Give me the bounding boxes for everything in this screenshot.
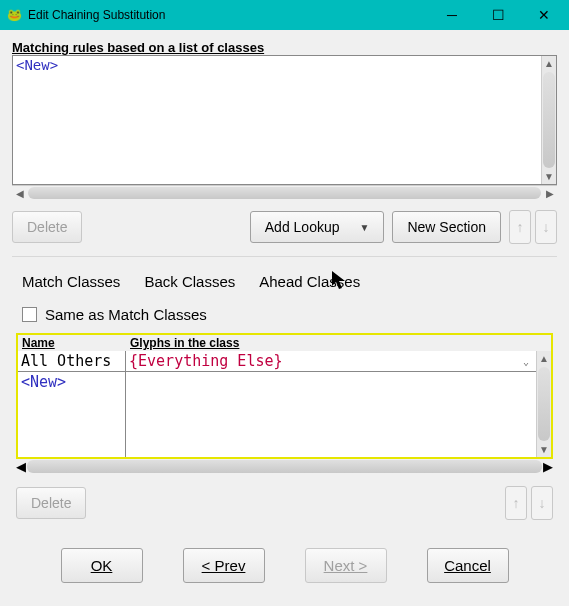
tab-back-classes[interactable]: Back Classes bbox=[144, 273, 235, 290]
ok-button[interactable]: OK bbox=[61, 548, 143, 583]
scroll-track[interactable] bbox=[543, 72, 555, 168]
rules-listbox[interactable]: <New> ▲ ▼ bbox=[12, 55, 557, 185]
column-header-glyphs[interactable]: Glyphs in the class bbox=[126, 335, 551, 351]
scroll-down-icon[interactable]: ▼ bbox=[542, 169, 556, 184]
class-tabs: Match Classes Back Classes Ahead Classes bbox=[12, 269, 557, 300]
chevron-down-icon[interactable]: ⌄ bbox=[523, 356, 533, 367]
column-header-name[interactable]: Name bbox=[18, 335, 126, 351]
scroll-left-icon[interactable]: ◀ bbox=[12, 186, 27, 200]
scroll-left-icon[interactable]: ◀ bbox=[16, 459, 26, 474]
dialog-body: Matching rules based on a list of classe… bbox=[0, 30, 569, 595]
prev-button[interactable]: < Prev bbox=[183, 548, 265, 583]
move-up-button[interactable]: ↑ bbox=[509, 210, 531, 244]
cell-glyphs[interactable]: {Everything Else} ⌄ bbox=[126, 351, 536, 371]
same-as-match-label: Same as Match Classes bbox=[45, 306, 207, 323]
separator bbox=[12, 256, 557, 257]
scroll-track[interactable] bbox=[27, 460, 542, 473]
cell-empty bbox=[126, 372, 536, 457]
class-move-down-button[interactable]: ↓ bbox=[531, 486, 553, 520]
class-new-item[interactable]: <New> bbox=[21, 373, 66, 391]
delete-class-button[interactable]: Delete bbox=[16, 487, 86, 519]
new-section-button[interactable]: New Section bbox=[392, 211, 501, 243]
cell-name-new[interactable]: <New> bbox=[18, 372, 126, 457]
next-label: Next > bbox=[324, 557, 368, 574]
prev-label: < Prev bbox=[202, 557, 246, 574]
chevron-down-icon: ▼ bbox=[360, 222, 370, 233]
scroll-right-icon[interactable]: ▶ bbox=[542, 186, 557, 200]
ok-label: OK bbox=[91, 557, 113, 574]
cell-name[interactable]: All Others bbox=[18, 351, 126, 371]
scroll-down-icon[interactable]: ▼ bbox=[537, 442, 551, 457]
add-lookup-dropdown[interactable]: Add Lookup ▼ bbox=[250, 211, 385, 243]
cancel-button[interactable]: Cancel bbox=[427, 548, 509, 583]
scroll-track[interactable] bbox=[28, 187, 541, 199]
class-table-header: Name Glyphs in the class bbox=[18, 335, 551, 351]
scroll-right-icon[interactable]: ▶ bbox=[543, 459, 553, 474]
rules-new-item[interactable]: <New> bbox=[16, 57, 58, 73]
close-button[interactable]: ✕ bbox=[521, 0, 567, 30]
class-table-panel: Name Glyphs in the class All Others {Eve… bbox=[16, 333, 553, 459]
scroll-up-icon[interactable]: ▲ bbox=[537, 351, 551, 366]
app-icon: 🐸 bbox=[6, 7, 22, 23]
cell-glyphs-text: {Everything Else} bbox=[129, 352, 283, 370]
scroll-track[interactable] bbox=[538, 367, 550, 441]
same-as-match-checkbox[interactable] bbox=[22, 307, 37, 322]
minimize-button[interactable]: ─ bbox=[429, 0, 475, 30]
cursor-icon bbox=[331, 270, 349, 292]
maximize-button[interactable]: ☐ bbox=[475, 0, 521, 30]
tab-match-classes[interactable]: Match Classes bbox=[22, 273, 120, 290]
cancel-label: Cancel bbox=[444, 557, 491, 574]
tab-ahead-classes[interactable]: Ahead Classes bbox=[259, 273, 360, 290]
delete-rule-button[interactable]: Delete bbox=[12, 211, 82, 243]
class-vertical-scrollbar[interactable]: ▲ ▼ bbox=[536, 351, 551, 457]
rules-listbox-body[interactable]: <New> bbox=[13, 56, 541, 184]
rules-header: Matching rules based on a list of classe… bbox=[12, 40, 557, 55]
add-lookup-label: Add Lookup bbox=[265, 219, 340, 235]
rules-vertical-scrollbar[interactable]: ▲ ▼ bbox=[541, 56, 556, 184]
window-title: Edit Chaining Substitution bbox=[28, 8, 429, 22]
move-down-button[interactable]: ↓ bbox=[535, 210, 557, 244]
class-table-body[interactable]: All Others {Everything Else} ⌄ <New> bbox=[18, 351, 536, 457]
scroll-up-icon[interactable]: ▲ bbox=[542, 56, 556, 71]
dialog-footer: OK < Prev Next > Cancel bbox=[12, 548, 557, 583]
class-horizontal-scrollbar[interactable]: ◀ ▶ bbox=[16, 459, 553, 474]
rules-horizontal-scrollbar[interactable]: ◀ ▶ bbox=[12, 185, 557, 200]
same-as-match-row: Same as Match Classes bbox=[12, 300, 557, 333]
class-move-up-button[interactable]: ↑ bbox=[505, 486, 527, 520]
next-button[interactable]: Next > bbox=[305, 548, 387, 583]
table-row[interactable]: All Others {Everything Else} ⌄ bbox=[18, 351, 536, 372]
titlebar: 🐸 Edit Chaining Substitution ─ ☐ ✕ bbox=[0, 0, 569, 30]
